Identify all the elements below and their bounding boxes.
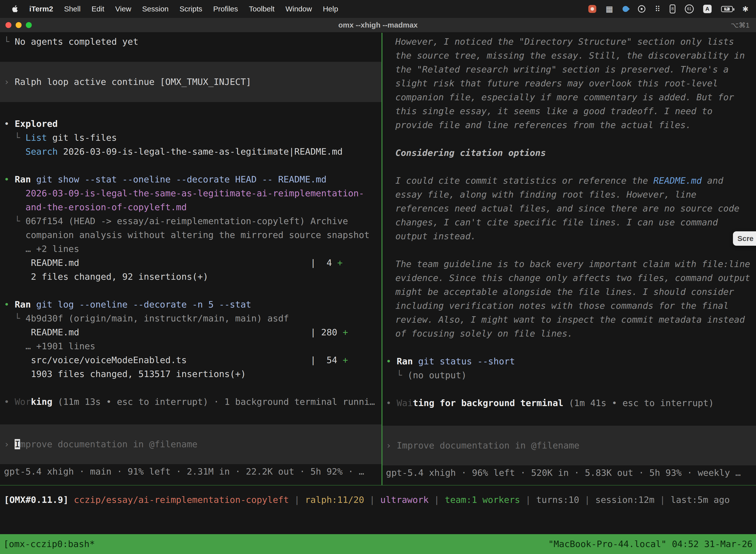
disc-icon[interactable] [638, 5, 645, 13]
thinking-paragraph: However, I noticed the "Directory Struct… [386, 35, 756, 132]
explored-header: • Explored [4, 117, 381, 131]
dots-grid-icon[interactable]: ⠿ [655, 5, 660, 13]
battery-gauge-icon[interactable]: 61 [685, 4, 694, 13]
macos-menubar: iTerm2 Shell Edit View Session Scripts P… [0, 0, 756, 18]
ran-command-line: • Ran git log --oneline --decorate -n 5 … [4, 297, 381, 312]
command-output: … +1901 lines [4, 339, 381, 353]
command-output: src/voice/voiceModeEnabled.ts | 54 + [4, 353, 381, 367]
input-source-icon[interactable]: A [703, 5, 712, 13]
thinking-paragraph: I could cite commit statistics or refere… [386, 174, 756, 243]
waiting-status-line: • Waiting for background terminal (1m 41… [386, 396, 756, 410]
menu-window[interactable]: Window [280, 5, 317, 13]
explored-item: └ List git ls-files [4, 131, 381, 145]
omx-session-status: [OMX#0.11.9] cczip/essay/ai-reimplementa… [4, 493, 752, 507]
thinking-paragraph: The team guideline is to back every impo… [386, 257, 756, 340]
ran-command-line: • Ran git show --stat --oneline --decora… [4, 172, 381, 186]
model-status-line: gpt-5.4 xhigh · main · 91% left · 2.31M … [4, 465, 381, 479]
menubar-status-icons: ▦ ⠿ 8 61 A ⚡ ✱ [588, 4, 756, 14]
apple-menu-icon[interactable] [7, 5, 24, 13]
menubar-menus: iTerm2 Shell Edit View Session Scripts P… [0, 5, 343, 13]
menu-edit[interactable]: Edit [86, 5, 110, 13]
menu-app-name[interactable]: iTerm2 [24, 5, 59, 13]
command-output: └ (no output) [386, 368, 756, 382]
omx-status-bar: [OMX#0.11.9] cczip/essay/ai-reimplementa… [0, 485, 756, 534]
command-output: README.md | 4 + [4, 256, 381, 270]
charging-bolt-icon: ⚡ [724, 5, 729, 12]
window-titlebar[interactable]: omx --xhigh --madmax ⌥⌘1 [0, 18, 756, 33]
command-output: … +2 lines [4, 242, 381, 256]
traffic-lights [0, 22, 32, 28]
agents-status-line: └ No agents completed yet [4, 35, 381, 49]
terminal-line [386, 340, 756, 354]
prompt-input[interactable]: › Improve documentation in @filename [0, 425, 381, 464]
terminal-line [4, 381, 381, 395]
window-shortcut-badge: ⌥⌘1 [731, 21, 750, 29]
minimize-button[interactable] [16, 22, 21, 28]
zoom-button[interactable] [26, 22, 32, 28]
iphone-icon[interactable]: 8 [670, 4, 675, 13]
command-output: 2 files changed, 92 insertions(+) [4, 270, 381, 284]
menu-shell[interactable]: Shell [59, 5, 86, 13]
menu-view[interactable]: View [110, 5, 137, 13]
terminal-line [386, 243, 756, 257]
macos-desktop: iTerm2 Shell Edit View Session Scripts P… [0, 0, 756, 554]
tmux-host-time: "MacBook-Pro-44.local" 04:52 31-Mar-26 [548, 534, 753, 554]
model-status-line: gpt-5.4 xhigh · 96% left · 520K in · 5.8… [386, 466, 756, 480]
menu-scripts[interactable]: Scripts [174, 5, 208, 13]
battery-icon[interactable]: ⚡ [721, 6, 733, 12]
terminal-line [4, 159, 381, 172]
terminal-content: └ No agents completed yet› Ralph loop ac… [0, 33, 756, 485]
prompt-input[interactable]: › Improve documentation in @filename [382, 426, 756, 465]
command-output: README.md | 280 + [4, 325, 381, 339]
command-output: └ 4b9d30f (origin/main, instructkr/main,… [4, 312, 381, 325]
command-output: 1903 files changed, 513517 insertions(+) [4, 367, 381, 381]
terminal-line [386, 160, 756, 174]
command-output: companion analysis without altering the … [4, 228, 381, 242]
ran-command-line: • Ran git status --short [386, 354, 756, 368]
fan-icon[interactable]: ✱ [742, 5, 749, 13]
grid-icon[interactable]: ▦ [606, 4, 613, 14]
window-title: omx --xhigh --madmax [338, 21, 418, 29]
menu-profiles[interactable]: Profiles [208, 5, 243, 13]
terminal-line [386, 132, 756, 146]
ralph-loop-banner: › Ralph loop active continue [OMX_TMUX_I… [0, 62, 381, 102]
menu-session[interactable]: Session [137, 5, 174, 13]
menu-help[interactable]: Help [317, 5, 344, 13]
explored-item: Search 2026-03-09-is-legal-the-same-as-l… [4, 145, 381, 159]
terminal-line [386, 382, 756, 396]
command-output: 2026-03-09-is-legal-the-same-as-legitima… [4, 186, 381, 200]
working-status-line: • Working (11m 13s • esc to interrupt) ·… [4, 395, 381, 409]
screen-edge-tab[interactable]: Scre [733, 231, 756, 246]
screen-recording-icon[interactable] [588, 5, 596, 13]
thinking-heading: Considering citation options [386, 146, 756, 160]
terminal-line [4, 284, 381, 297]
command-output: └ 067f154 (HEAD -> essay/ai-reimplementa… [4, 214, 381, 228]
close-button[interactable] [5, 22, 11, 28]
command-output: and-the-erosion-of-copyleft.md [4, 200, 381, 214]
tmux-status-bar: [omx-cczip0:bash* "MacBook-Pro-44.local"… [0, 534, 756, 554]
tmux-session-label: [omx-cczip0:bash* [3, 534, 95, 554]
right-pane: However, I noticed the "Directory Struct… [382, 33, 756, 485]
left-pane: └ No agents completed yet› Ralph loop ac… [0, 33, 381, 485]
droplet-icon[interactable] [621, 5, 630, 13]
menu-toolbelt[interactable]: Toolbelt [244, 5, 280, 13]
